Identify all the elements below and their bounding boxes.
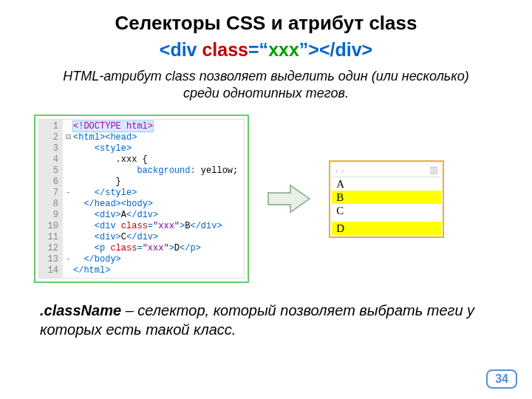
slide-code-example: <div class=“xxx”></div> (22, 39, 510, 61)
line-number-gutter: 1234567891011121314 (39, 120, 63, 278)
arrow-icon (265, 181, 313, 216)
line-number: 1 (44, 121, 58, 132)
preview-line: D (332, 222, 441, 235)
code-frag: ”> (299, 39, 319, 60)
line-number: 4 (44, 154, 58, 166)
code-editor-panel: 1234567891011121314 <!DOCTYPE html> ⊟<ht… (34, 115, 249, 283)
slide-title: Селекторы CSS и атрибут class (22, 12, 510, 35)
code-lines: <!DOCTYPE html> ⊟<html><head> <style> .x… (63, 120, 244, 278)
preview-line: A (332, 177, 441, 191)
stack-icon: ▥ (429, 164, 438, 176)
browser-preview-panel: ‹ › ▥ ABCD (329, 160, 444, 238)
code-frag: class (202, 39, 248, 60)
chevron-left-icon: ‹ (335, 164, 338, 176)
example-row: 1234567891011121314 <!DOCTYPE html> ⊟<ht… (34, 115, 498, 283)
line-number: 14 (44, 265, 58, 276)
chevron-right-icon: › (341, 164, 344, 176)
line-number: 9 (44, 210, 58, 221)
line-number: 5 (44, 166, 58, 177)
svg-marker-0 (268, 185, 310, 212)
intro-text: HTML-атрибут class позволяет выделить од… (52, 68, 480, 101)
line-number: 6 (44, 177, 58, 188)
line-number: 13 (44, 254, 58, 265)
preview-line: B (332, 191, 441, 204)
page-number: 34 (486, 369, 517, 389)
line-number: 2 (44, 132, 58, 143)
line-number: 7 (44, 188, 58, 199)
note-strong: .className (40, 302, 121, 318)
line-number: 3 (44, 143, 58, 154)
code-frag: =“ (248, 39, 268, 60)
code-frag: <div (160, 39, 202, 60)
line-number: 8 (44, 199, 58, 210)
preview-toolbar: ‹ › ▥ (332, 163, 441, 177)
footer-note: .className – селектор, который позволяет… (40, 301, 492, 339)
code-frag: xxx (268, 39, 299, 60)
line-number: 10 (44, 221, 58, 232)
line-number: 12 (44, 243, 58, 254)
preview-line: C (332, 204, 441, 217)
code-frag: </div> (319, 39, 372, 60)
line-number: 11 (44, 232, 58, 243)
preview-body: ABCD (332, 177, 441, 235)
